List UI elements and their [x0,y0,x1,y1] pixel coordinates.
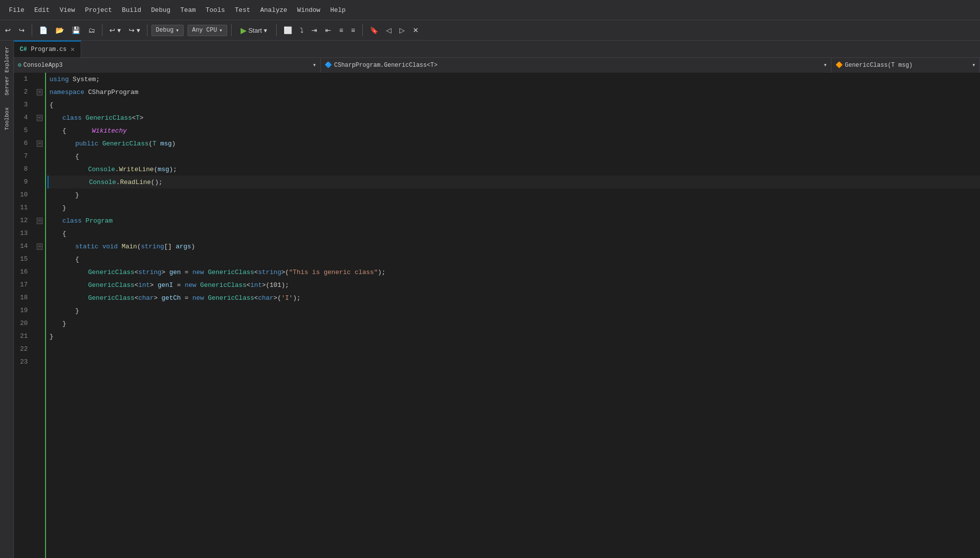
console-2: Console [89,179,116,186]
toolbar: ↩ ↪ 📄 📂 💾 🗂 ↩ ▾ ↪ ▾ Debug ▾ Any CPU ▾ ▶ … [0,20,980,41]
save-all-button[interactable]: 🗂 [85,24,98,36]
code-line-12: class Program [48,214,980,227]
dot-2: . [116,179,120,186]
menu-analyze[interactable]: Analyze [255,3,293,17]
str-literal-1: "This is generic class" [289,269,378,276]
menu-project[interactable]: Project [80,3,117,17]
editor-area: C# Program.cs ✕ ⚙ ConsoleApp3 ▾ 🔷 CSharp… [14,41,980,558]
gc-string-1: GenericClass [88,269,135,276]
code-line-1: using System; [48,73,980,86]
menu-file[interactable]: File [4,3,29,17]
next-bookmark-button[interactable]: ▷ [396,24,408,36]
fold-23 [35,356,45,369]
code-line-23 [48,356,980,369]
code-lines[interactable]: using System; namespace CSharpProgram { … [48,73,980,558]
separator-4 [231,24,232,36]
line-num-17: 17 [14,279,32,291]
sys-text: System; [73,76,100,83]
menu-team[interactable]: Team [175,3,200,17]
line-num-21: 21 [14,330,32,343]
fold-2[interactable]: − [35,86,45,98]
lt-2: < [254,269,258,276]
fold-21 [35,330,45,343]
line-numbers: 1 2 3 4 5 6 7 8 9 10 11 12 13 14 15 16 1 [14,73,35,558]
fold-6[interactable]: − [35,137,45,150]
kw-char-2: char [258,294,273,302]
clear-bookmark-button[interactable]: ✕ [410,24,422,36]
indent-button[interactable]: ⇥ [308,24,320,36]
member-nav-label: GenericClass(T msg) [845,62,913,69]
line-num-18: 18 [14,291,32,304]
prev-bookmark-button[interactable]: ◁ [383,24,394,36]
bookmark-button[interactable]: 🔖 [367,24,381,36]
fold-14[interactable]: − [35,240,45,253]
menu-view[interactable]: View [54,3,80,17]
paren-1: ( [154,166,158,173]
type-param-T: T [136,114,140,122]
save-button[interactable]: 💾 [69,24,83,36]
lt-3: < [135,281,139,289]
forward-button[interactable]: ↪ [16,24,28,36]
server-explorer-tab[interactable]: Server Explorer [2,41,12,101]
member-nav-dropdown[interactable]: 🔶 GenericClass(T msg) ▾ [832,58,980,73]
eq-2: = [177,281,181,289]
fold-4[interactable]: − [35,111,45,124]
step-over-button[interactable]: ⤵ [297,24,306,36]
fold-column: − − − − − [35,73,45,558]
class-nav-dropdown[interactable]: 🔷 CSharpProgram.GenericClass<T> ▾ [321,58,832,73]
paren-main-close: ) [191,243,195,250]
kw-static: static [75,243,98,250]
char-literal: 'I' [281,294,293,302]
writeline: WriteLine [119,166,153,173]
start-chevron: ▾ [264,27,267,34]
menu-debug[interactable]: Debug [146,3,175,17]
code-line-7: { [48,150,980,163]
undo-button[interactable]: ↩ ▾ [106,24,124,36]
fold-11 [35,201,45,214]
line-num-13: 13 [14,227,32,240]
gc-string-2: GenericClass [208,269,254,276]
line-num-11: 11 [14,201,32,214]
line-num-8: 8 [14,163,32,176]
project-nav-dropdown[interactable]: ⚙ ConsoleApp3 ▾ [14,58,321,73]
menu-test[interactable]: Test [230,3,255,17]
paren-6: ); [293,294,301,302]
tab-close-button[interactable]: ✕ [70,46,74,53]
toolbox-tab[interactable]: Toolbox [2,101,12,136]
menu-tools[interactable]: Tools [201,3,230,17]
brace-open-ns: { [49,101,53,109]
member-nav-chevron: ▾ [972,61,976,69]
new-project-button[interactable]: 📄 [36,24,50,36]
menu-edit[interactable]: Edit [29,3,54,17]
back-button[interactable]: ↩ [2,24,14,36]
breakpoint-button[interactable]: ⬜ [281,24,295,36]
paren-main-open: ( [137,243,141,250]
start-button[interactable]: ▶ Start ▾ [236,24,272,37]
wikitechy-annotation: Wikitechy [92,127,127,135]
menu-build[interactable]: Build [117,3,146,17]
unindent-button[interactable]: ⇤ [322,24,334,36]
line-num-7: 7 [14,150,32,163]
lt-4: < [246,281,250,289]
brace-close-main: } [75,307,79,315]
gc-int-2: GenericClass [200,281,246,289]
line-num-15: 15 [14,253,32,266]
line-num-5: 5 [14,124,32,137]
comment-button[interactable]: ≡ [336,24,346,36]
line-num-9: 9 [14,176,32,188]
gt-4: >( [262,281,270,289]
eq-3: = [185,294,189,302]
open-button[interactable]: 📂 [52,24,67,36]
fold-12[interactable]: − [35,214,45,227]
menu-window[interactable]: Window [292,3,325,17]
gc-char-2: GenericClass [208,294,254,302]
code-line-2: namespace CSharpProgram [48,86,980,98]
cpu-dropdown[interactable]: Any CPU ▾ [188,25,227,36]
debug-config-dropdown[interactable]: Debug ▾ [151,25,184,36]
uncomment-button[interactable]: ≡ [348,24,358,36]
generic-bracket: < [132,114,136,122]
menu-help[interactable]: Help [325,3,350,17]
program-cs-tab[interactable]: C# Program.cs ✕ [14,41,81,57]
gc-int-1: GenericClass [88,281,135,289]
redo-button[interactable]: ↪ ▾ [126,24,143,36]
